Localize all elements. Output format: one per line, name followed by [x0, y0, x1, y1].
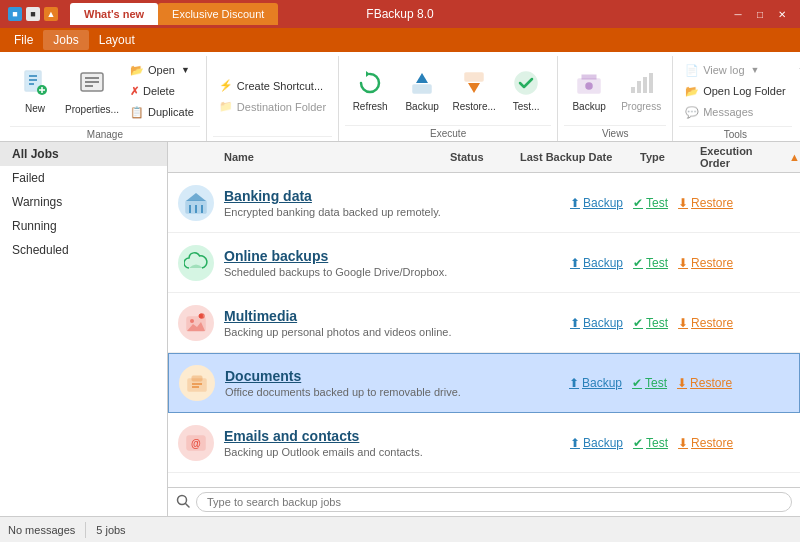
job-name-documents[interactable]: Documents: [225, 368, 569, 384]
ribbon-backup-button[interactable]: Backup: [397, 63, 447, 119]
multimedia-icon-circle: [178, 305, 214, 341]
ribbon-test-button[interactable]: Test...: [501, 63, 551, 119]
svg-rect-23: [649, 73, 653, 93]
ribbon-new-button[interactable]: New: [10, 63, 60, 119]
backup-btn-emails[interactable]: ⬆ Backup: [570, 436, 623, 450]
progress-label: Progress: [621, 101, 661, 112]
progress-icon: [627, 69, 655, 99]
backup-btn-documents[interactable]: ⬆ Backup: [569, 376, 622, 390]
ribbon-open-button[interactable]: 📂 Open ▼: [124, 60, 200, 80]
properties-icon: [78, 68, 106, 102]
job-name-emails[interactable]: Emails and contacts: [224, 428, 570, 444]
restore-btn-online[interactable]: ⬇ Restore: [678, 256, 733, 270]
restore-btn-emails[interactable]: ⬇ Restore: [678, 436, 733, 450]
documents-icon-circle: [179, 365, 215, 401]
menu-jobs[interactable]: Jobs: [43, 30, 88, 50]
job-name-multimedia[interactable]: Multimedia: [224, 308, 570, 324]
sort-icon: ▲: [789, 151, 800, 163]
backup2-icon: [575, 69, 603, 99]
status-separator: [85, 522, 86, 538]
test-btn-documents[interactable]: ✔ Test: [632, 376, 667, 390]
svg-rect-20: [631, 87, 635, 93]
tab-exclusive-discount[interactable]: Exclusive Discount: [158, 3, 278, 25]
tab-whats-new[interactable]: What's new: [70, 3, 158, 25]
ribbon-progress-button[interactable]: Progress: [616, 63, 666, 119]
backup-arrow-icon-2: ⬆: [570, 256, 580, 270]
col-header-exec[interactable]: Execution Order ▲: [700, 145, 800, 169]
ribbon-backup2-button[interactable]: Backup: [564, 63, 614, 119]
col-header-status: Status: [450, 151, 520, 163]
backup-btn-online[interactable]: ⬆ Backup: [570, 256, 623, 270]
backup-arrow-icon: ⬆: [570, 196, 580, 210]
svg-rect-22: [643, 77, 647, 93]
search-bar: [168, 487, 800, 516]
sidebar-item-warnings[interactable]: Warnings: [0, 190, 167, 214]
ribbon-tools-label: Tools: [679, 126, 792, 142]
ribbon-views-buttons: Backup Progress: [564, 56, 666, 125]
ribbon-restore-button[interactable]: Restore...: [449, 63, 499, 119]
restore-arrow-icon-2: ⬇: [678, 256, 688, 270]
backup-arrow-icon-5: ⬆: [570, 436, 580, 450]
job-info-banking: Banking data Encrypted banking data back…: [224, 188, 570, 218]
close-btn[interactable]: ✕: [772, 6, 792, 22]
new-label: New: [25, 103, 45, 114]
open-icon: 📂: [130, 64, 144, 77]
ribbon-messages-button: 💬 Messages: [679, 102, 792, 122]
sidebar-item-all-jobs[interactable]: All Jobs: [0, 142, 167, 166]
backup2-label: Backup: [572, 101, 605, 112]
job-icon-multimedia: [168, 305, 224, 341]
ribbon-group-shortcuts: ⚡ Create Shortcut... 📁 Destination Folde…: [207, 56, 339, 141]
sidebar-item-scheduled[interactable]: Scheduled: [0, 238, 167, 262]
restore-btn-banking[interactable]: ⬇ Restore: [678, 196, 733, 210]
refresh-label: Refresh: [353, 101, 388, 112]
ribbon-create-shortcut-button[interactable]: ⚡ Create Shortcut...: [213, 76, 332, 96]
test-btn-banking[interactable]: ✔ Test: [633, 196, 668, 210]
job-icon-documents: [169, 365, 225, 401]
job-actions-banking: ⬆ Backup ✔ Test ⬇ Restore: [570, 196, 800, 210]
job-name-online[interactable]: Online backups: [224, 248, 570, 264]
restore-label: Restore...: [452, 101, 495, 112]
shortcut-icon: ⚡: [219, 79, 233, 92]
svg-rect-14: [465, 73, 483, 81]
sidebar-item-running[interactable]: Running: [0, 214, 167, 238]
restore-btn-multimedia[interactable]: ⬇ Restore: [678, 316, 733, 330]
test-btn-emails[interactable]: ✔ Test: [633, 436, 668, 450]
menu-file[interactable]: File: [4, 30, 43, 50]
job-info-documents: Documents Office documents backed up to …: [225, 368, 569, 398]
restore-btn-documents[interactable]: ⬇ Restore: [677, 376, 732, 390]
ribbon-delete-button[interactable]: ✗ Delete: [124, 81, 200, 101]
job-desc-multimedia: Backing up personal photos and videos on…: [224, 326, 570, 338]
view-log-chevron-icon: ▼: [751, 65, 760, 75]
minimize-btn[interactable]: ─: [728, 6, 748, 22]
maximize-btn[interactable]: □: [750, 6, 770, 22]
job-row-banking[interactable]: Banking data Encrypted banking data back…: [168, 173, 800, 233]
content-area: Name Status Last Backup Date Type Execut…: [168, 142, 800, 516]
job-row-multimedia[interactable]: Multimedia Backing up personal photos an…: [168, 293, 800, 353]
col-header-name: Name: [168, 151, 450, 163]
ribbon-views-label: Views: [564, 125, 666, 141]
job-row-online[interactable]: Online backups Scheduled backups to Goog…: [168, 233, 800, 293]
menu-layout[interactable]: Layout: [89, 30, 145, 50]
ribbon-refresh-button[interactable]: Refresh: [345, 63, 395, 119]
delete-icon: ✗: [130, 85, 139, 98]
ribbon-tools-buttons: 📄 View log ▼ 📂 Open Log Folder 💬 Message…: [679, 56, 792, 126]
test-btn-online[interactable]: ✔ Test: [633, 256, 668, 270]
sidebar-item-failed[interactable]: Failed: [0, 166, 167, 190]
backup-btn-banking[interactable]: ⬆ Backup: [570, 196, 623, 210]
ribbon-duplicate-button[interactable]: 📋 Duplicate: [124, 102, 200, 122]
job-name-banking[interactable]: Banking data: [224, 188, 570, 204]
view-log-icon: 📄: [685, 64, 699, 77]
job-row-documents[interactable]: Documents Office documents backed up to …: [168, 353, 800, 413]
job-row-emails[interactable]: @ Emails and contacts Backing up Outlook…: [168, 413, 800, 473]
ribbon-properties-button[interactable]: Properties...: [62, 63, 122, 119]
ribbon-shortcuts-buttons: ⚡ Create Shortcut... 📁 Destination Folde…: [213, 56, 332, 136]
ribbon-open-log-folder-button[interactable]: 📂 Open Log Folder: [679, 81, 792, 101]
test-icon: [512, 69, 540, 99]
job-actions-documents: ⬆ Backup ✔ Test ⬇ Restore: [569, 376, 799, 390]
backup-btn-multimedia[interactable]: ⬆ Backup: [570, 316, 623, 330]
title-bar-icons: ■ ■ ▲: [8, 7, 58, 21]
search-input[interactable]: [196, 492, 792, 512]
test-btn-multimedia[interactable]: ✔ Test: [633, 316, 668, 330]
ribbon-dest-folder-button: 📁 Destination Folder: [213, 97, 332, 117]
ribbon-tools-small: 📄 View log ▼ 📂 Open Log Folder 💬 Message…: [679, 60, 792, 122]
